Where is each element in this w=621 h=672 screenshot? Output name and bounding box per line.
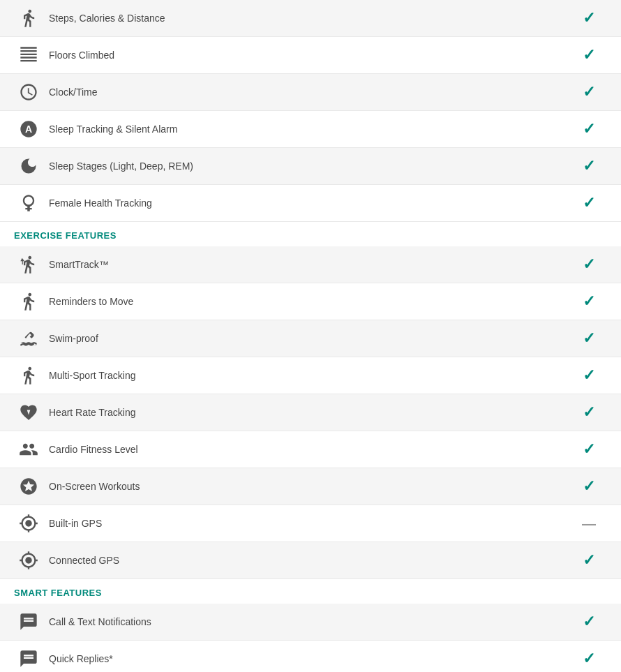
feature-check: ✓ xyxy=(568,477,610,495)
checkmark: ✓ xyxy=(583,46,595,64)
feature-label: Multi-Sport Tracking xyxy=(46,370,568,381)
checkmark: ✓ xyxy=(583,551,595,569)
feature-row: Built-in GPS — xyxy=(0,505,621,542)
section-header: SMART FEATURES xyxy=(0,579,621,604)
smarttrack-icon xyxy=(11,253,46,276)
feature-row: Sleep Stages (Light, Deep, REM) ✓ xyxy=(0,148,621,185)
feature-row: Swim-proof ✓ xyxy=(0,320,621,357)
feature-row: A Sleep Tracking & Silent Alarm ✓ xyxy=(0,111,621,148)
steps-icon xyxy=(11,7,46,29)
checkmark: ✓ xyxy=(583,613,595,631)
feature-label: SmartTrack™ xyxy=(46,259,568,270)
feature-label: Reminders to Move xyxy=(46,296,568,307)
feature-label: Built-in GPS xyxy=(46,518,568,529)
feature-label: Call & Text Notifications xyxy=(46,616,568,627)
feature-label: Steps, Calories & Distance xyxy=(46,13,568,24)
feature-row: Cardio Fitness Level ✓ xyxy=(0,431,621,468)
feature-row: Female Health Tracking ✓ xyxy=(0,185,621,222)
feature-row: SmartTrack™ ✓ xyxy=(0,246,621,283)
swim-icon xyxy=(11,327,46,350)
feature-row: Connected GPS ✓ xyxy=(0,542,621,579)
checkmark: ✓ xyxy=(583,194,595,212)
feature-row: Quick Replies* ✓ xyxy=(0,641,621,672)
feature-row: Floors Climbed ✓ xyxy=(0,37,621,74)
feature-check: ✓ xyxy=(568,46,610,64)
feature-check: ✓ xyxy=(568,120,610,138)
sleep-stages-icon xyxy=(11,155,46,177)
feature-label: Sleep Stages (Light, Deep, REM) xyxy=(46,160,568,172)
feature-row: Steps, Calories & Distance ✓ xyxy=(0,0,621,37)
section-header: EXERCISE FEATURES xyxy=(0,222,621,246)
feature-row: Reminders to Move ✓ xyxy=(0,283,621,320)
feature-check: ✓ xyxy=(568,9,610,27)
checkmark: ✓ xyxy=(583,120,595,138)
checkmark: ✓ xyxy=(583,83,595,101)
feature-label: Connected GPS xyxy=(46,555,568,566)
feature-check: ✓ xyxy=(568,255,610,274)
checkmark: ✓ xyxy=(583,403,595,421)
checkmark: ✓ xyxy=(583,477,595,495)
feature-label: Swim-proof xyxy=(46,333,568,344)
feature-label: On-Screen Workouts xyxy=(46,481,568,492)
multisport-icon xyxy=(11,364,46,387)
checkmark: ✓ xyxy=(583,157,595,175)
cardio-icon xyxy=(11,438,46,461)
feature-label: Floors Climbed xyxy=(46,50,568,61)
svg-text:A: A xyxy=(25,124,32,135)
feature-label: Clock/Time xyxy=(46,87,568,98)
feature-check: ✓ xyxy=(568,613,610,631)
female-health-icon xyxy=(11,192,46,214)
checkmark: ✓ xyxy=(583,366,595,384)
checkmark: ✓ xyxy=(583,292,595,311)
call-text-icon xyxy=(11,611,46,633)
feature-label: Quick Replies* xyxy=(46,653,568,664)
feature-row: Call & Text Notifications ✓ xyxy=(0,604,621,641)
feature-label: Cardio Fitness Level xyxy=(46,444,568,455)
checkmark: ✓ xyxy=(583,650,595,668)
builtin-gps-icon xyxy=(11,512,46,535)
feature-label: Female Health Tracking xyxy=(46,197,568,209)
feature-check: ✓ xyxy=(568,83,610,101)
feature-check: ✓ xyxy=(568,650,610,668)
reminders-icon xyxy=(11,290,46,313)
onscreen-icon xyxy=(11,475,46,498)
feature-check: ✓ xyxy=(568,403,610,421)
feature-row: On-Screen Workouts ✓ xyxy=(0,468,621,505)
feature-check: ✓ xyxy=(568,292,610,311)
connected-gps-icon xyxy=(11,549,46,572)
feature-label: Heart Rate Tracking xyxy=(46,407,568,418)
checkmark: ✓ xyxy=(583,255,595,274)
feature-check: ✓ xyxy=(568,551,610,569)
checkmark: ✓ xyxy=(583,329,595,348)
feature-row: Clock/Time ✓ xyxy=(0,74,621,111)
quick-replies-icon xyxy=(11,648,46,670)
feature-check: ✓ xyxy=(568,157,610,175)
feature-check: — xyxy=(568,516,610,532)
clock-icon xyxy=(11,81,46,103)
checkmark: ✓ xyxy=(583,9,595,27)
feature-row: Heart Rate Tracking ✓ xyxy=(0,394,621,431)
feature-row: Multi-Sport Tracking ✓ xyxy=(0,357,621,394)
feature-check: ✓ xyxy=(568,440,610,458)
feature-label: Sleep Tracking & Silent Alarm xyxy=(46,124,568,135)
dash: — xyxy=(582,516,596,532)
heartrate-icon xyxy=(11,401,46,424)
checkmark: ✓ xyxy=(583,440,595,458)
feature-check: ✓ xyxy=(568,366,610,384)
floors-icon xyxy=(11,44,46,66)
feature-check: ✓ xyxy=(568,329,610,348)
sleep-tracking-icon: A xyxy=(11,118,46,140)
feature-check: ✓ xyxy=(568,194,610,212)
